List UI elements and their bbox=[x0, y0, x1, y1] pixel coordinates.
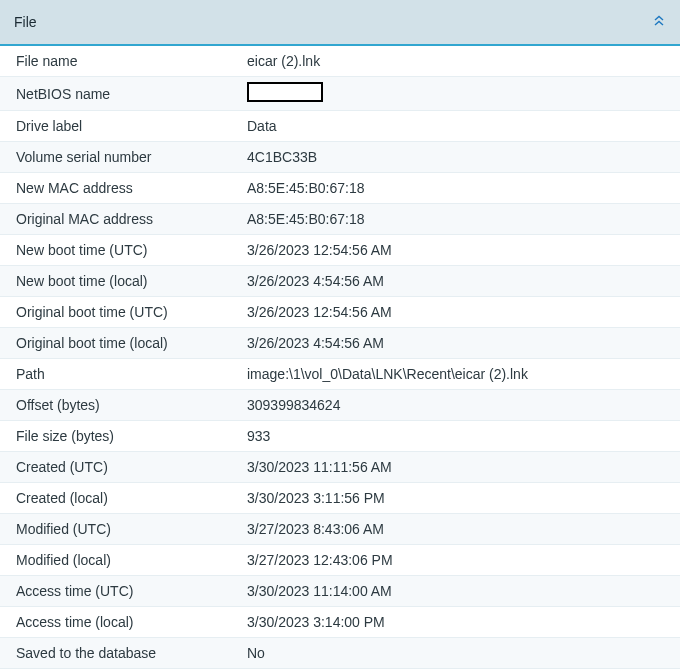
row-label: Created (UTC) bbox=[0, 459, 247, 475]
row-value: 309399834624 bbox=[247, 397, 680, 413]
row-value: 3/26/2023 12:54:56 AM bbox=[247, 304, 680, 320]
row-label: Original boot time (local) bbox=[0, 335, 247, 351]
table-row: File nameeicar (2).lnk bbox=[0, 46, 680, 77]
table-row: Original boot time (local)3/26/2023 4:54… bbox=[0, 328, 680, 359]
file-panel: File File nameeicar (2).lnkNetBIOS nameD… bbox=[0, 0, 680, 669]
row-value: 3/26/2023 4:54:56 AM bbox=[247, 335, 680, 351]
row-label: Created (local) bbox=[0, 490, 247, 506]
row-value: 3/30/2023 3:14:00 PM bbox=[247, 614, 680, 630]
row-label: Drive label bbox=[0, 118, 247, 134]
row-label: Modified (local) bbox=[0, 552, 247, 568]
table-row: Created (UTC)3/30/2023 11:11:56 AM bbox=[0, 452, 680, 483]
row-label: NetBIOS name bbox=[0, 86, 247, 102]
row-value: 933 bbox=[247, 428, 680, 444]
row-value: 3/30/2023 11:11:56 AM bbox=[247, 459, 680, 475]
row-value bbox=[247, 82, 680, 105]
table-row: NetBIOS name bbox=[0, 77, 680, 111]
table-row: New MAC addressA8:5E:45:B0:67:18 bbox=[0, 173, 680, 204]
table-row: File size (bytes)933 bbox=[0, 421, 680, 452]
row-label: Original boot time (UTC) bbox=[0, 304, 247, 320]
row-value: 3/27/2023 12:43:06 PM bbox=[247, 552, 680, 568]
table-row: Saved to the databaseNo bbox=[0, 638, 680, 669]
panel-title: File bbox=[14, 14, 37, 30]
table-row: Pathimage:\1\vol_0\Data\LNK\Recent\eicar… bbox=[0, 359, 680, 390]
row-value: No bbox=[247, 645, 680, 661]
row-value: eicar (2).lnk bbox=[247, 53, 680, 69]
table-row: New boot time (UTC)3/26/2023 12:54:56 AM bbox=[0, 235, 680, 266]
panel-body: File nameeicar (2).lnkNetBIOS nameDrive … bbox=[0, 46, 680, 669]
row-label: Access time (local) bbox=[0, 614, 247, 630]
row-value: 3/26/2023 4:54:56 AM bbox=[247, 273, 680, 289]
row-value: A8:5E:45:B0:67:18 bbox=[247, 180, 680, 196]
row-value: 3/26/2023 12:54:56 AM bbox=[247, 242, 680, 258]
row-label: Path bbox=[0, 366, 247, 382]
row-label: Saved to the database bbox=[0, 645, 247, 661]
row-value: image:\1\vol_0\Data\LNK\Recent\eicar (2)… bbox=[247, 366, 680, 382]
row-label: Access time (UTC) bbox=[0, 583, 247, 599]
table-row: Created (local)3/30/2023 3:11:56 PM bbox=[0, 483, 680, 514]
table-row: New boot time (local)3/26/2023 4:54:56 A… bbox=[0, 266, 680, 297]
row-value: 3/30/2023 3:11:56 PM bbox=[247, 490, 680, 506]
table-row: Offset (bytes)309399834624 bbox=[0, 390, 680, 421]
row-value: 3/27/2023 8:43:06 AM bbox=[247, 521, 680, 537]
row-label: Modified (UTC) bbox=[0, 521, 247, 537]
row-value: A8:5E:45:B0:67:18 bbox=[247, 211, 680, 227]
row-label: Original MAC address bbox=[0, 211, 247, 227]
table-row: Original boot time (UTC)3/26/2023 12:54:… bbox=[0, 297, 680, 328]
table-row: Access time (UTC)3/30/2023 11:14:00 AM bbox=[0, 576, 680, 607]
table-row: Modified (UTC)3/27/2023 8:43:06 AM bbox=[0, 514, 680, 545]
table-row: Volume serial number4C1BC33B bbox=[0, 142, 680, 173]
row-value: 4C1BC33B bbox=[247, 149, 680, 165]
chevron-double-up-icon[interactable] bbox=[652, 14, 666, 30]
row-label: Volume serial number bbox=[0, 149, 247, 165]
redacted-box bbox=[247, 82, 323, 102]
panel-header[interactable]: File bbox=[0, 0, 680, 46]
row-label: File name bbox=[0, 53, 247, 69]
row-label: New boot time (UTC) bbox=[0, 242, 247, 258]
table-row: Modified (local)3/27/2023 12:43:06 PM bbox=[0, 545, 680, 576]
table-row: Original MAC addressA8:5E:45:B0:67:18 bbox=[0, 204, 680, 235]
row-label: Offset (bytes) bbox=[0, 397, 247, 413]
row-label: File size (bytes) bbox=[0, 428, 247, 444]
row-label: New boot time (local) bbox=[0, 273, 247, 289]
row-label: New MAC address bbox=[0, 180, 247, 196]
row-value: Data bbox=[247, 118, 680, 134]
table-row: Drive labelData bbox=[0, 111, 680, 142]
row-value: 3/30/2023 11:14:00 AM bbox=[247, 583, 680, 599]
table-row: Access time (local)3/30/2023 3:14:00 PM bbox=[0, 607, 680, 638]
